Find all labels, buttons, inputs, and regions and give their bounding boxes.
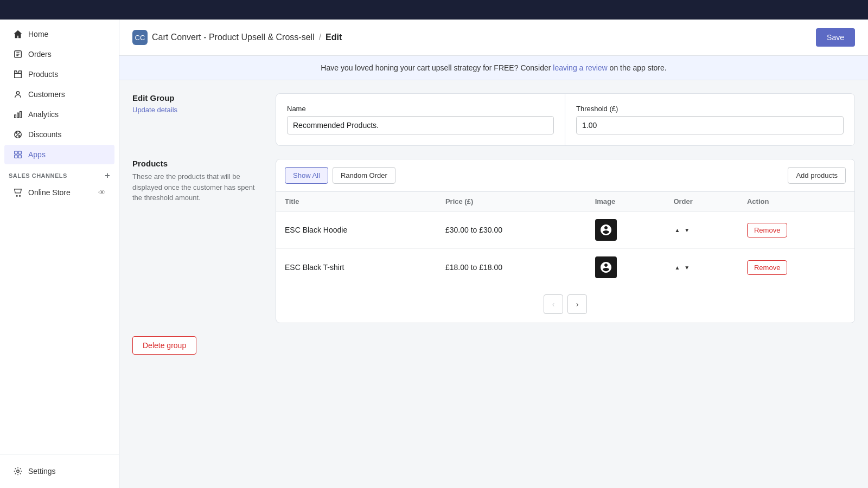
breadcrumb-app-link[interactable]: Cart Convert - Product Upsell & Cross-se… [152,33,315,42]
table-header-row: Title Price (£) Image Order Action [276,192,854,211]
sidebar-item-online-store[interactable]: Online Store 👁 [4,183,114,202]
table-head: Title Price (£) Image Order Action [276,192,854,211]
edit-group-label: Edit Group Update details [132,93,263,114]
app-icon: CC [132,30,148,45]
svg-rect-7 [20,112,22,118]
toolbar-left: Show All Random Order [285,167,395,184]
breadcrumb-separator: / [319,33,321,42]
sidebar-item-analytics[interactable]: Analytics [4,105,114,124]
orders-icon [13,49,23,59]
banner-review-link[interactable]: leaving a review [553,63,607,72]
random-order-button[interactable]: Random Order [333,167,395,184]
analytics-icon [13,110,23,119]
move-up-button-1[interactable]: ▲ [673,264,681,272]
add-sales-channel-button[interactable]: + [105,171,110,180]
products-title: Products [132,159,263,168]
col-title: Title [276,192,437,211]
move-down-button-1[interactable]: ▼ [683,264,691,272]
sidebar-footer: Settings [0,454,119,488]
edit-group-card: Name Threshold (£) [276,93,855,146]
page-body: Edit Group Update details Name Threshold… [119,80,868,488]
save-button[interactable]: Save [816,28,855,47]
products-card: Show All Random Order Add products Title… [276,159,855,323]
banner-text-after: on the app store. [608,63,667,72]
products-toolbar: Show All Random Order Add products [276,159,854,192]
show-all-button[interactable]: Show All [285,167,328,184]
delete-group-button[interactable]: Delete group [132,336,196,355]
name-field: Name [276,94,565,145]
cell-image-1 [586,249,665,286]
prev-page-button[interactable]: ‹ [544,294,563,314]
sales-channels-header: SALES CHANNELS + [0,165,119,182]
page-header: CC Cart Convert - Product Upsell & Cross… [119,20,868,56]
main-content: CC Cart Convert - Product Upsell & Cross… [119,20,868,488]
cell-action-0: Remove [738,211,854,249]
svg-point-17 [17,470,20,473]
pagination: ‹ › [276,286,854,323]
cell-price-1: £18.00 to £18.00 [437,249,586,286]
sidebar-nav: Home Orders Products Custo [0,20,119,454]
sidebar-item-home[interactable]: Home [4,24,114,44]
banner-text-before: Have you loved honing your cart upsell s… [321,63,553,72]
svg-rect-11 [15,151,17,154]
cell-action-1: Remove [738,249,854,286]
sidebar: Home Orders Products Custo [0,20,119,488]
sidebar-item-discounts[interactable]: Discounts [4,125,114,144]
col-order: Order [665,192,738,211]
svg-rect-14 [18,155,21,158]
edit-group-title: Edit Group [132,93,263,102]
move-down-button-0[interactable]: ▼ [683,226,691,234]
remove-button-1[interactable]: Remove [747,260,787,275]
products-label: Products These are the products that wil… [132,159,263,203]
cell-title-0: ESC Black Hoodie [276,211,437,249]
online-store-eye-icon: 👁 [98,188,106,197]
svg-point-9 [18,135,20,137]
table-body: ESC Black Hoodie £30.00 to £30.00 ▲ ▼ Re… [276,211,854,286]
apps-icon [13,150,23,159]
products-desc: These are the products that will be disp… [132,171,263,203]
col-price: Price (£) [437,192,586,211]
customers-icon [13,89,23,99]
next-page-button[interactable]: › [567,294,587,314]
cell-order-0: ▲ ▼ [665,211,738,249]
sidebar-item-customers[interactable]: Customers [4,85,114,104]
breadcrumb-current: Edit [326,33,342,42]
svg-line-10 [16,132,21,137]
name-input[interactable] [287,116,554,134]
sidebar-item-products[interactable]: Products [4,65,114,84]
table-row: ESC Black T-shirt £18.00 to £18.00 ▲ ▼ R… [276,249,854,286]
svg-point-8 [16,132,17,134]
cell-order-1: ▲ ▼ [665,249,738,286]
svg-rect-13 [15,155,17,158]
sidebar-item-settings[interactable]: Settings [4,461,114,481]
sidebar-item-orders[interactable]: Orders [4,44,114,64]
svg-point-4 [16,92,19,94]
move-up-button-0[interactable]: ▲ [673,226,681,234]
svg-rect-5 [15,115,16,118]
breadcrumb: CC Cart Convert - Product Upsell & Cross… [132,30,342,45]
col-action: Action [738,192,854,211]
cell-price-0: £30.00 to £30.00 [437,211,586,249]
add-products-button[interactable]: Add products [788,167,846,184]
threshold-field: Threshold (£) [565,94,854,145]
cell-image-0 [586,211,665,249]
edit-group-section: Edit Group Update details Name Threshold… [132,93,855,146]
products-section: Products These are the products that wil… [132,159,855,323]
update-details-link[interactable]: Update details [132,106,263,114]
svg-rect-6 [17,113,19,118]
promotion-banner: Have you loved honing your cart upsell s… [119,56,868,80]
products-table: Title Price (£) Image Order Action ESC B… [276,192,854,286]
settings-icon [13,466,23,476]
table-row: ESC Black Hoodie £30.00 to £30.00 ▲ ▼ Re… [276,211,854,249]
form-grid: Name Threshold (£) [276,94,854,145]
remove-button-0[interactable]: Remove [747,223,787,237]
svg-point-15 [16,195,17,196]
sidebar-item-apps[interactable]: Apps [4,145,114,164]
cell-title-1: ESC Black T-shirt [276,249,437,286]
home-icon [13,29,23,39]
online-store-icon [13,188,23,197]
threshold-input[interactable] [576,116,844,134]
delete-section: Delete group [132,336,855,361]
threshold-label: Threshold (£) [576,105,844,113]
svg-rect-12 [18,151,21,154]
